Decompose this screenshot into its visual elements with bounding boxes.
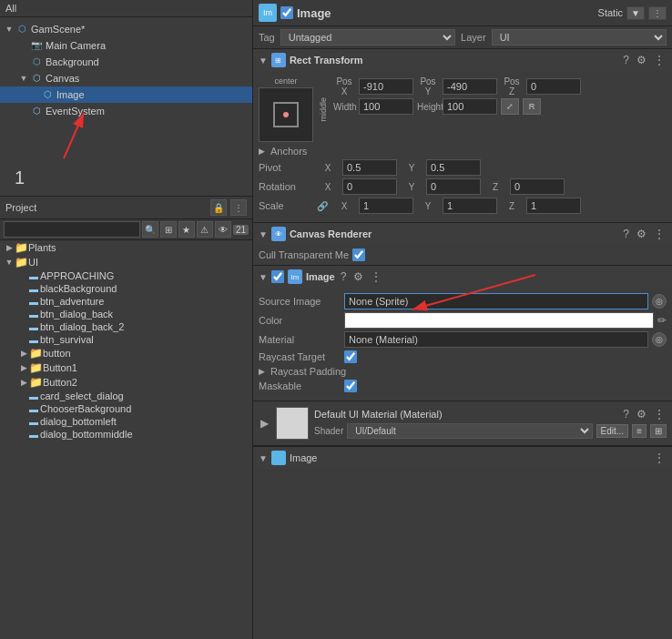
inspector-panel: Im Image Static ▼ ⋮ Tag Untagged Layer U…: [253, 0, 672, 639]
mat-more-btn[interactable]: ⋮: [652, 408, 667, 421]
rt-settings-btn[interactable]: ⚙: [635, 54, 648, 66]
proj-btndialogback2[interactable]: ▬ btn_dialog_back_2: [0, 320, 252, 333]
layer-label: Layer: [461, 32, 486, 43]
proj-button[interactable]: ▶ 📁 button: [0, 346, 252, 360]
more-btn[interactable]: ⋮: [230, 199, 247, 216]
filter-btn[interactable]: ⊞: [160, 221, 177, 238]
tag-dropdown[interactable]: Untagged: [280, 29, 455, 46]
pivot-y-label: Y: [401, 163, 423, 173]
eye-btn[interactable]: 👁: [215, 221, 231, 238]
lock-btn[interactable]: 🔒: [210, 199, 227, 216]
bottom-more-btn[interactable]: ⋮: [652, 451, 667, 464]
material-picker-btn[interactable]: ◎: [652, 332, 667, 347]
img-settings-btn[interactable]: ⚙: [351, 270, 365, 283]
image-component-header[interactable]: ▼ Im Image ? ⚙ ⋮: [253, 266, 672, 288]
tree-item-scene[interactable]: ▼ ⬡ GamScene*: [0, 21, 252, 37]
cr-more-btn[interactable]: ⋮: [652, 228, 667, 240]
item-icon: ▬: [29, 430, 38, 440]
star-btn[interactable]: ★: [178, 221, 195, 238]
search-btn[interactable]: 🔍: [142, 221, 158, 238]
mat-settings-btn[interactable]: ⚙: [635, 408, 648, 421]
rotation-x-input[interactable]: [342, 178, 397, 195]
img-active-checkbox[interactable]: [271, 270, 284, 283]
shader-label: Shader: [314, 426, 343, 436]
shader-row: Shader UI/Default Edit... ≡ ⊞: [314, 423, 667, 439]
maskable-checkbox[interactable]: [344, 380, 357, 392]
shader-dropdown[interactable]: UI/Default: [347, 423, 592, 439]
list-btn[interactable]: ≡: [632, 424, 647, 438]
cr-help-btn[interactable]: ?: [621, 228, 631, 240]
tree-item-eventsystem[interactable]: ⬡ EventSystem: [0, 103, 252, 119]
proj-button2[interactable]: ▶ 📁 Button2: [0, 375, 252, 390]
tree-item-canvas[interactable]: ▼ ⬡ Canvas: [0, 70, 252, 86]
scale-y-input[interactable]: [443, 198, 497, 214]
tree-item-background[interactable]: ⬡ Background: [0, 54, 252, 70]
rotation-z-input[interactable]: [510, 178, 565, 195]
more-options-btn[interactable]: ⋮: [648, 6, 667, 20]
project-search-input[interactable]: [4, 221, 140, 238]
tree-item-maincamera[interactable]: 📷 Main Camera: [0, 37, 252, 54]
side-label: middle: [319, 97, 328, 122]
img-help-btn[interactable]: ?: [339, 270, 349, 283]
mat-collapse-btn[interactable]: ▶: [259, 417, 270, 430]
mat-help-btn[interactable]: ?: [621, 408, 631, 421]
anchor-widget[interactable]: [259, 87, 313, 142]
bottom-img-arrow: ▼: [259, 453, 268, 463]
hierarchy-content: ▼ ⬡ GamScene* 📷 Main Camera ⬡ Background: [0, 17, 252, 123]
pivot-x-input[interactable]: [342, 159, 397, 176]
edit-btn[interactable]: Edit...: [596, 424, 629, 438]
anchors-row: ▶ Anchors: [259, 146, 667, 157]
inspector-component-title: Image: [297, 6, 595, 20]
source-image-picker-btn[interactable]: ◎: [652, 294, 667, 309]
canvas-renderer-header[interactable]: ▼ 👁 Canvas Renderer ? ⚙ ⋮: [253, 223, 672, 245]
layer-dropdown[interactable]: UI: [492, 29, 667, 46]
proj-btnsurvival[interactable]: ▬ btn_survival: [0, 333, 252, 346]
proj-btnadventure[interactable]: ▬ btn_adventure: [0, 295, 252, 308]
raycast-target-checkbox[interactable]: [344, 350, 357, 363]
width-input[interactable]: [359, 98, 413, 115]
tree-item-image[interactable]: ⬡ Image: [0, 86, 252, 103]
pivot-y-input[interactable]: [426, 159, 481, 176]
proj-ui[interactable]: ▼ 📁 UI: [0, 255, 252, 269]
color-picker[interactable]: [344, 312, 654, 329]
stretch-btn[interactable]: ⤢: [501, 98, 519, 115]
expand-btn[interactable]: ⊞: [650, 424, 667, 438]
eventsystem-label: EventSystem: [46, 106, 105, 117]
scale-z-input[interactable]: [526, 198, 581, 214]
scale-row: Scale 🔗 X Y Z: [259, 198, 667, 214]
img-collapse-arrow: ▼: [259, 272, 268, 282]
material-title: Default UI Material (Material): [314, 409, 443, 420]
cube-icon: ⬡: [29, 55, 44, 69]
pos-x-input[interactable]: [359, 78, 413, 95]
pos-y-input[interactable]: [443, 78, 497, 95]
scale-x-input[interactable]: [359, 198, 413, 214]
cr-settings-btn[interactable]: ⚙: [635, 228, 648, 240]
proj-dialogbottomleft[interactable]: ▬ dialog_bottomleft: [0, 415, 252, 428]
pivot-row: Pivot X Y: [259, 159, 667, 176]
proj-chooserbg[interactable]: ▬ ChooserBackground: [0, 402, 252, 415]
rt-more-btn[interactable]: ⋮: [652, 54, 667, 66]
pivot-x-label: X: [317, 163, 339, 173]
pos-z-input[interactable]: [526, 78, 581, 95]
static-dropdown-btn[interactable]: ▼: [626, 6, 645, 20]
color-eyedropper-btn[interactable]: ✏: [657, 314, 667, 327]
rect-transform-header[interactable]: ▼ ⊞ Rect Transform ? ⚙ ⋮: [253, 49, 672, 71]
material-input[interactable]: [344, 331, 648, 348]
cull-checkbox[interactable]: [352, 248, 365, 261]
rt-help-btn[interactable]: ?: [621, 54, 631, 66]
proj-plants[interactable]: ▶ 📁 Plants: [0, 240, 252, 255]
proj-button1[interactable]: ▶ 📁 Button1: [0, 360, 252, 375]
img-more-btn[interactable]: ⋮: [369, 270, 383, 283]
active-checkbox[interactable]: [280, 6, 293, 19]
proj-blackbg[interactable]: ▬ blackBackground: [0, 282, 252, 295]
warn-btn[interactable]: ⚠: [197, 221, 213, 238]
r-btn[interactable]: R: [523, 98, 541, 115]
proj-cardselectdialog[interactable]: ▬ card_select_dialog: [0, 390, 252, 402]
proj-btndialogback[interactable]: ▬ btn_dialog_back: [0, 308, 252, 320]
proj-approaching[interactable]: ▬ APPROACHING: [0, 269, 252, 282]
proj-dialogbottommiddle[interactable]: ▬ dialog_bottommiddle: [0, 428, 252, 441]
rotation-y-input[interactable]: [426, 178, 481, 195]
source-image-input[interactable]: [344, 293, 648, 309]
img-comp-icon: Im: [288, 269, 302, 284]
height-input[interactable]: [443, 98, 497, 115]
